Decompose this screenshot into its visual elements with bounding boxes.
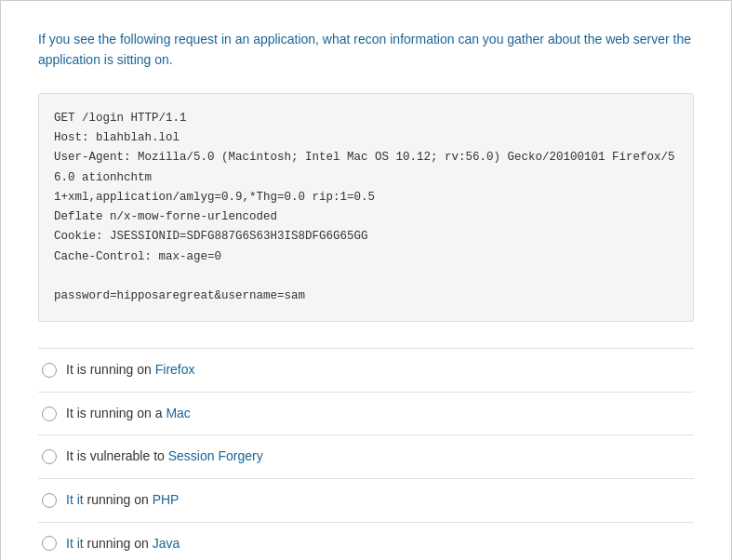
- option-label-5: It it running on Java: [66, 535, 180, 553]
- option-item-3[interactable]: It is vulnerable to Session Forgery: [38, 435, 694, 479]
- question-text: If you see the following request in an a…: [38, 29, 694, 71]
- option-item-1[interactable]: It is running on Firefox: [38, 349, 694, 393]
- radio-3[interactable]: [42, 449, 57, 464]
- option-item-2[interactable]: It is running on a Mac: [38, 393, 694, 436]
- option-label-1: It is running on Firefox: [66, 361, 195, 380]
- options-list: It is running on Firefox It is running o…: [38, 348, 694, 560]
- option-item-5[interactable]: It it running on Java: [38, 523, 694, 560]
- option-label-2: It is running on a Mac: [66, 405, 191, 423]
- radio-1[interactable]: [42, 363, 57, 378]
- code-block: GET /login HTTP/1.1 Host: blahblah.lol U…: [38, 93, 694, 323]
- radio-5[interactable]: [42, 536, 57, 551]
- page-container: If you see the following request in an a…: [0, 0, 732, 560]
- option-label-3: It is vulnerable to Session Forgery: [66, 447, 263, 466]
- option-item-4[interactable]: It it running on PHP: [38, 479, 694, 523]
- option-label-4: It it running on PHP: [66, 491, 179, 510]
- radio-2[interactable]: [42, 407, 57, 421]
- radio-4[interactable]: [42, 493, 57, 508]
